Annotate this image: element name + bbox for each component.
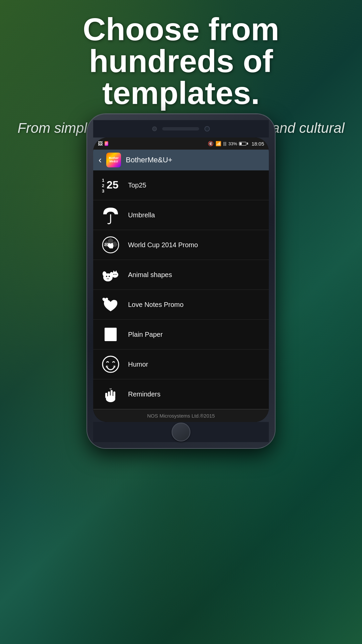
- animal-label: Animal shapes: [128, 271, 172, 279]
- notification-status-icon: 🖼: [98, 141, 103, 146]
- back-button[interactable]: ‹: [99, 155, 102, 165]
- app-icon: BotherMe&U: [106, 153, 121, 167]
- list-item-top25[interactable]: 1 2 3 25 Top25: [93, 170, 269, 200]
- umbrella-icon: [99, 203, 123, 227]
- list-item-worldcup[interactable]: 2014 World Cup 2014 Promo: [93, 230, 269, 260]
- svg-point-15: [109, 276, 110, 277]
- list-item-lovenotes[interactable]: Love Notes Promo: [93, 290, 269, 320]
- svg-rect-30: [105, 393, 107, 398]
- svg-rect-28: [111, 390, 113, 398]
- svg-text:2014: 2014: [104, 243, 113, 247]
- list-item-animal[interactable]: Animal shapes: [93, 260, 269, 290]
- list-item-plainpaper[interactable]: Plain Paper: [93, 320, 269, 350]
- svg-text:2: 2: [102, 183, 104, 188]
- svg-marker-18: [113, 270, 115, 273]
- battery-indicator: [239, 142, 248, 146]
- status-bar: 🖼 B 🔇 📶 ||| 33% 18:05: [93, 138, 269, 150]
- list-item-reminders[interactable]: Reminders: [93, 379, 269, 409]
- phone-screen: 🖼 B 🔇 📶 ||| 33% 18:05: [93, 138, 269, 422]
- svg-point-14: [106, 276, 107, 277]
- svg-marker-19: [115, 270, 117, 273]
- copyright-text: NOS Microsystems Ltd.®2015: [147, 413, 215, 419]
- reminders-label: Reminders: [128, 390, 161, 398]
- app-bar: ‹ BotherMe&U BotherMe&U+: [93, 150, 269, 170]
- svg-point-21: [116, 274, 117, 275]
- svg-text:3: 3: [102, 189, 104, 194]
- svg-point-20: [114, 274, 115, 275]
- animal-icon: [99, 263, 123, 287]
- phone-mockup: 🖼 B 🔇 📶 ||| 33% 18:05: [87, 114, 275, 448]
- list-item-humor[interactable]: Humor: [93, 350, 269, 379]
- humor-icon: [99, 352, 123, 376]
- worldcup-label: World Cup 2014 Promo: [128, 241, 198, 249]
- list-item-umbrella[interactable]: Umbrella: [93, 200, 269, 230]
- status-right-icons: 🔇 📶 ||| 33% 18:05: [208, 141, 264, 147]
- camera-left: [152, 126, 157, 131]
- status-left-icons: 🖼 B: [98, 141, 108, 146]
- signal-icon: |||: [223, 141, 226, 146]
- svg-rect-29: [113, 391, 115, 398]
- phone-top-bar: [93, 120, 269, 138]
- plainpaper-label: Plain Paper: [128, 331, 163, 338]
- svg-text:1: 1: [102, 178, 104, 183]
- phone-bottom-bar: [93, 422, 269, 442]
- svg-point-25: [113, 365, 116, 368]
- love-icon: [99, 292, 123, 317]
- umbrella-label: Umbrella: [128, 211, 155, 219]
- svg-point-24: [106, 365, 108, 368]
- svg-point-16: [107, 278, 109, 279]
- paper-icon: [99, 322, 123, 346]
- home-button[interactable]: [172, 423, 190, 441]
- humor-label: Humor: [128, 361, 148, 368]
- camera-front: [204, 126, 210, 131]
- battery-percent: 33%: [228, 141, 237, 146]
- top25-icon: 1 2 3 25: [99, 173, 123, 197]
- headline: Choose from hundreds of templates.: [13, 13, 349, 109]
- top25-label: Top25: [128, 181, 146, 189]
- worldcup-icon: 2014: [99, 233, 123, 257]
- wifi-icon: 📶: [216, 141, 221, 146]
- lovenotes-label: Love Notes Promo: [128, 301, 184, 309]
- phone-speaker: [162, 127, 199, 130]
- svg-point-31: [110, 389, 111, 390]
- app-status-icon: B: [105, 141, 108, 146]
- svg-text:25: 25: [107, 179, 119, 191]
- template-list: 1 2 3 25 Top25: [93, 170, 269, 422]
- clock: 18:05: [251, 141, 264, 147]
- reminders-icon: [99, 382, 123, 406]
- footer: NOS Microsystems Ltd.®2015: [93, 409, 269, 422]
- phone-outer-frame: 🖼 B 🔇 📶 ||| 33% 18:05: [87, 114, 275, 448]
- svg-point-17: [112, 272, 118, 278]
- app-title: BotherMe&U+: [126, 156, 172, 164]
- svg-rect-27: [108, 391, 110, 398]
- svg-rect-22: [105, 328, 117, 341]
- mute-icon: 🔇: [208, 141, 214, 146]
